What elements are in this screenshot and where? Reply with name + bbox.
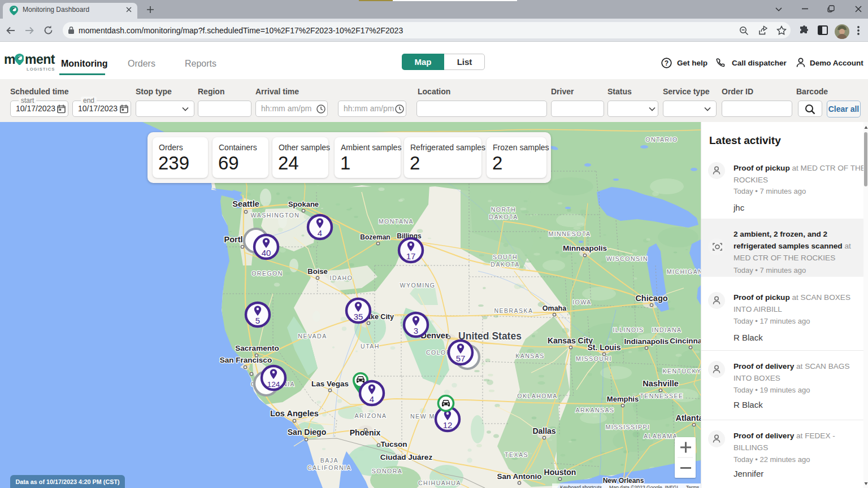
svg-text:ARKANSAS: ARKANSAS bbox=[575, 407, 614, 413]
svg-text:San Diego: San Diego bbox=[288, 428, 326, 437]
svg-text:ARIZONA: ARIZONA bbox=[354, 412, 387, 419]
svg-text:San Francisco: San Francisco bbox=[220, 356, 272, 364]
svg-text:40: 40 bbox=[262, 248, 271, 258]
svg-text:?: ? bbox=[665, 59, 669, 67]
svg-text:SONORA: SONORA bbox=[372, 468, 403, 474]
svg-text:Atlanta: Atlanta bbox=[675, 413, 701, 422]
svg-text:IDAHO: IDAHO bbox=[330, 274, 353, 281]
svg-text:17: 17 bbox=[406, 251, 416, 261]
svg-text:TEXAS: TEXAS bbox=[505, 451, 528, 458]
svg-text:Kansas City: Kansas City bbox=[548, 336, 593, 345]
svg-text:OKLAHOMA: OKLAHOMA bbox=[517, 393, 558, 399]
svg-text:UTAH: UTAH bbox=[361, 343, 380, 350]
svg-text:Los Angeles: Los Angeles bbox=[270, 409, 319, 418]
svg-text:124: 124 bbox=[267, 380, 280, 389]
svg-text:DAKOTA: DAKOTA bbox=[491, 261, 519, 268]
svg-text:MISSOURI: MISSOURI bbox=[576, 355, 612, 362]
svg-text:Indianapolis: Indianapolis bbox=[624, 337, 669, 346]
svg-text:Boise: Boise bbox=[307, 267, 327, 276]
svg-text:4: 4 bbox=[318, 228, 322, 238]
svg-text:WYOMING: WYOMING bbox=[400, 282, 436, 289]
svg-text:12: 12 bbox=[443, 420, 453, 430]
svg-text:San Antonio: San Antonio bbox=[497, 472, 542, 481]
svg-text:New Orleans: New Orleans bbox=[603, 477, 644, 485]
svg-text:35: 35 bbox=[354, 312, 363, 321]
svg-text:WASHINGTON: WASHINGTON bbox=[251, 212, 300, 219]
svg-text:Cincinnati: Cincinnati bbox=[670, 337, 701, 345]
svg-text:KANSAS: KANSAS bbox=[515, 352, 545, 359]
svg-text:4: 4 bbox=[370, 394, 374, 404]
svg-text:INDIANA: INDIANA bbox=[652, 326, 682, 333]
svg-text:Spokane: Spokane bbox=[288, 200, 319, 208]
svg-text:WISCONSIN: WISCONSIN bbox=[606, 255, 648, 262]
svg-text:Memphis: Memphis bbox=[607, 395, 639, 403]
svg-text:Chicago: Chicago bbox=[635, 294, 667, 303]
svg-text:CHIHUAHUA: CHIHUAHUA bbox=[418, 480, 461, 486]
svg-text:Dallas: Dallas bbox=[532, 426, 555, 435]
svg-text:KENTUCKY: KENTUCKY bbox=[662, 368, 701, 374]
svg-text:Nashville: Nashville bbox=[643, 379, 679, 388]
svg-text:MICHIGAN: MICHIGAN bbox=[667, 268, 701, 275]
svg-text:DAKOTA: DAKOTA bbox=[489, 213, 518, 220]
svg-text:NORTH: NORTH bbox=[491, 206, 517, 213]
svg-text:United States: United States bbox=[458, 330, 522, 342]
svg-text:ILLINOIS: ILLINOIS bbox=[613, 326, 644, 333]
svg-text:Tucson: Tucson bbox=[381, 440, 407, 448]
svg-text:TENNESSEE: TENNESSEE bbox=[640, 393, 683, 399]
svg-text:Ciudad Juárez: Ciudad Juárez bbox=[380, 453, 433, 461]
svg-text:Omaha: Omaha bbox=[542, 304, 567, 312]
svg-text:ALABAMA: ALABAMA bbox=[644, 433, 678, 439]
svg-text:3: 3 bbox=[414, 326, 418, 336]
svg-text:Bozeman: Bozeman bbox=[360, 233, 390, 241]
svg-text:Sacramento: Sacramento bbox=[235, 344, 279, 352]
svg-text:Las Vegas: Las Vegas bbox=[311, 380, 349, 388]
svg-text:Keyboard shortcuts: Keyboard shortcuts bbox=[560, 485, 602, 488]
svg-text:MISSISSIPPI: MISSISSIPPI bbox=[606, 424, 650, 430]
svg-text:Seattle: Seattle bbox=[232, 199, 259, 208]
svg-text:ONTARIO: ONTARIO bbox=[645, 136, 678, 143]
svg-text:OREGON: OREGON bbox=[251, 270, 283, 277]
svg-text:MONTANA: MONTANA bbox=[379, 218, 414, 225]
svg-text:57: 57 bbox=[456, 354, 466, 363]
svg-text:MINNESOTA: MINNESOTA bbox=[548, 230, 591, 237]
svg-text:Terms: Terms bbox=[686, 485, 699, 488]
svg-text:SOUTH: SOUTH bbox=[493, 254, 518, 260]
svg-text:Map data ©2023 Google, INEGI: Map data ©2023 Google, INEGI bbox=[609, 485, 678, 488]
svg-text:BAJA: BAJA bbox=[320, 457, 338, 464]
svg-text:NEBRASKA: NEBRASKA bbox=[494, 307, 533, 314]
svg-text:St. Louis: St. Louis bbox=[587, 343, 620, 352]
svg-text:CALIFORNIA: CALIFORNIA bbox=[307, 464, 351, 471]
svg-text:Minneapolis: Minneapolis bbox=[563, 244, 607, 252]
svg-text:5: 5 bbox=[255, 316, 260, 325]
svg-text:Houston: Houston bbox=[544, 468, 576, 477]
svg-text:NEVADA: NEVADA bbox=[298, 333, 327, 339]
svg-text:IOWA: IOWA bbox=[572, 299, 592, 306]
